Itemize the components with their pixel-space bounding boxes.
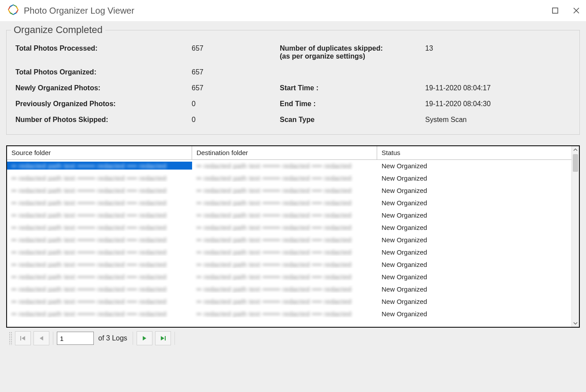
redacted-text: •• redacted path text ••••••• redacted •… [7,285,171,293]
source-folder-cell[interactable]: •• redacted path text ••••••• redacted •… [7,297,192,305]
status-cell[interactable]: New Organized [377,236,572,244]
redacted-text: •• redacted path text ••••••• redacted •… [192,162,356,170]
status-cell[interactable]: New Organized [377,211,572,219]
table-row[interactable]: •• redacted path text ••••••• redacted •… [7,295,579,307]
status-cell[interactable]: New Organized [377,285,572,293]
table-row[interactable]: •• redacted path text ••••••• redacted •… [7,246,579,258]
destination-folder-cell[interactable]: •• redacted path text ••••••• redacted •… [192,285,377,293]
table-row[interactable]: •• redacted path text ••••••• redacted •… [7,283,579,295]
table-body[interactable]: •• redacted path text ••••••• redacted •… [7,159,579,327]
table-row[interactable]: •• redacted path text ••••••• redacted •… [7,233,579,246]
redacted-text: •• redacted path text ••••••• redacted •… [7,187,171,194]
status-cell[interactable]: New Organized [377,298,572,305]
status-cell[interactable]: New Organized [377,248,572,256]
source-folder-cell[interactable]: •• redacted path text ••••••• redacted •… [7,310,192,318]
total-processed-label: Total Photos Processed: [15,44,192,60]
pager-toolbar: of 3 Logs [6,329,580,347]
end-time-value: 19-11-2020 08:04:30 [425,100,571,108]
source-folder-cell[interactable]: •• redacted path text ••••••• redacted •… [7,273,192,281]
destination-folder-cell[interactable]: •• redacted path text ••••••• redacted •… [192,162,377,170]
header-destination-folder[interactable]: Destination folder [192,146,377,160]
duplicates-skipped-value: 13 [425,44,571,60]
redacted-text: •• redacted path text ••••••• redacted •… [7,310,171,318]
destination-folder-cell[interactable]: •• redacted path text ••••••• redacted •… [192,211,377,219]
scroll-thumb[interactable] [573,154,578,172]
source-folder-cell[interactable]: •• redacted path text ••••••• redacted •… [7,236,192,244]
log-table: Source folder Destination folder Status … [6,145,580,328]
redacted-text: •• redacted path text ••••••• redacted •… [7,211,171,219]
destination-folder-cell[interactable]: •• redacted path text ••••••• redacted •… [192,248,377,256]
newly-organized-label: Newly Organized Photos: [15,84,192,92]
total-organized-label: Total Photos Organized: [15,68,192,76]
status-cell[interactable]: New Organized [377,310,572,318]
last-page-button[interactable] [155,331,171,345]
toolbar-divider [174,332,175,345]
table-row[interactable]: •• redacted path text ••••••• redacted •… [7,159,579,172]
redacted-text: •• redacted path text ••••••• redacted •… [192,187,356,194]
svg-marker-1 [16,6,19,10]
destination-folder-cell[interactable]: •• redacted path text ••••••• redacted •… [192,297,377,305]
source-folder-cell[interactable]: •• redacted path text ••••••• redacted •… [7,199,192,207]
destination-folder-cell[interactable]: •• redacted path text ••••••• redacted •… [192,273,377,281]
source-folder-cell[interactable]: •• redacted path text ••••••• redacted •… [7,174,192,182]
summary-groupbox: Organize Completed Total Photos Processe… [6,30,580,135]
next-page-button[interactable] [137,331,152,345]
close-button[interactable] [571,5,582,16]
source-folder-cell[interactable]: •• redacted path text ••••••• redacted •… [7,260,192,268]
table-row[interactable]: •• redacted path text ••••••• redacted •… [7,258,579,270]
destination-folder-cell[interactable]: •• redacted path text ••••••• redacted •… [192,310,377,318]
table-row[interactable]: •• redacted path text ••••••• redacted •… [7,221,579,233]
app-logo-icon [7,4,19,18]
source-folder-cell[interactable]: •• redacted path text ••••••• redacted •… [7,162,192,170]
scroll-up-arrow-icon[interactable] [572,146,579,153]
redacted-text: •• redacted path text ••••••• redacted •… [7,162,171,170]
status-cell[interactable]: New Organized [377,199,572,207]
duplicates-skipped-label: Number of duplicates skipped: (as per or… [280,44,425,60]
status-cell[interactable]: New Organized [377,162,572,170]
source-folder-cell[interactable]: •• redacted path text ••••••• redacted •… [7,223,192,231]
source-folder-cell[interactable]: •• redacted path text ••••••• redacted •… [7,248,192,256]
svg-marker-3 [13,12,17,15]
table-row[interactable]: •• redacted path text ••••••• redacted •… [7,209,579,221]
table-row[interactable]: •• redacted path text ••••••• redacted •… [7,307,579,320]
destination-folder-cell[interactable]: •• redacted path text ••••••• redacted •… [192,260,377,268]
table-header-row: Source folder Destination folder Status [7,146,579,159]
page-number-input[interactable] [57,332,94,345]
status-cell[interactable]: New Organized [377,187,572,194]
header-source-folder[interactable]: Source folder [7,146,192,160]
vertical-scrollbar[interactable] [571,146,579,327]
destination-folder-cell[interactable]: •• redacted path text ••••••• redacted •… [192,186,377,194]
prev-page-button[interactable] [33,331,49,345]
start-time-label: Start Time : [280,84,425,92]
status-cell[interactable]: New Organized [377,273,572,281]
svg-marker-5 [8,10,11,13]
status-cell[interactable]: New Organized [377,174,572,182]
maximize-button[interactable] [550,5,560,16]
table-row[interactable]: •• redacted path text ••••••• redacted •… [7,270,579,283]
destination-folder-cell[interactable]: •• redacted path text ••••••• redacted •… [192,174,377,182]
source-folder-cell[interactable]: •• redacted path text ••••••• redacted •… [7,186,192,194]
total-processed-value: 657 [192,44,280,60]
summary-group-title: Organize Completed [11,24,105,36]
destination-folder-cell[interactable]: •• redacted path text ••••••• redacted •… [192,199,377,207]
redacted-text: •• redacted path text ••••••• redacted •… [7,261,171,268]
source-folder-cell[interactable]: •• redacted path text ••••••• redacted •… [7,211,192,219]
scroll-down-arrow-icon[interactable] [572,320,579,327]
redacted-text: •• redacted path text ••••••• redacted •… [7,174,171,182]
header-status[interactable]: Status [377,146,572,160]
first-page-button[interactable] [15,331,31,345]
photos-skipped-value: 0 [192,116,280,124]
svg-marker-6 [8,6,11,10]
destination-folder-cell[interactable]: •• redacted path text ••••••• redacted •… [192,236,377,244]
table-row[interactable]: •• redacted path text ••••••• redacted •… [7,184,579,196]
toolbar-grip-icon [9,332,12,345]
status-cell[interactable]: New Organized [377,224,572,231]
table-row[interactable]: •• redacted path text ••••••• redacted •… [7,196,579,209]
redacted-text: •• redacted path text ••••••• redacted •… [192,174,356,182]
redacted-text: •• redacted path text ••••••• redacted •… [192,211,356,219]
table-row[interactable]: •• redacted path text ••••••• redacted •… [7,172,579,184]
destination-folder-cell[interactable]: •• redacted path text ••••••• redacted •… [192,223,377,231]
source-folder-cell[interactable]: •• redacted path text ••••••• redacted •… [7,285,192,293]
status-cell[interactable]: New Organized [377,261,572,268]
scan-type-value: System Scan [425,116,571,124]
